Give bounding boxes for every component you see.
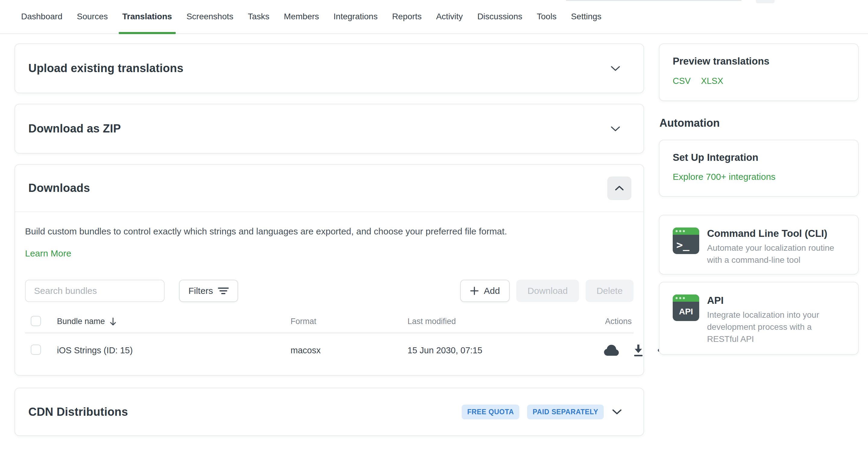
bundle-modified-cell: 15 Jun 2030, 07:15 bbox=[407, 345, 603, 355]
delete-button[interactable]: Delete bbox=[586, 280, 633, 302]
main-column: Upload existing translations Download as… bbox=[14, 44, 644, 436]
bundle-name-cell[interactable]: iOS Strings (ID: 15) bbox=[57, 345, 290, 355]
downloads-card: Downloads Build custom bundles to contro… bbox=[14, 164, 644, 376]
cli-description: Automate your localization routine with … bbox=[707, 242, 845, 266]
table-row: iOS Strings (ID: 15) macosx 15 Jun 2030,… bbox=[25, 334, 633, 367]
nav-item-integrations[interactable]: Integrations bbox=[334, 0, 378, 33]
svg-text:API: API bbox=[679, 307, 693, 316]
filters-button[interactable]: Filters bbox=[179, 280, 238, 302]
download-as-zip-card[interactable]: Download as ZIP bbox=[14, 104, 644, 153]
downloads-card-header: Downloads bbox=[15, 165, 644, 212]
collapse-downloads-button[interactable] bbox=[607, 176, 631, 200]
nav-item-settings[interactable]: Settings bbox=[571, 0, 601, 33]
column-header-last-modified[interactable]: Last modified bbox=[407, 317, 603, 326]
nav-item-members[interactable]: Members bbox=[284, 0, 319, 33]
add-button-label: Add bbox=[484, 286, 500, 296]
api-description: Integrate localization into your develop… bbox=[707, 309, 845, 345]
nav-item-reports[interactable]: Reports bbox=[392, 0, 422, 33]
download-button[interactable]: Download bbox=[516, 280, 579, 302]
explore-integrations-link[interactable]: Explore 700+ integrations bbox=[673, 172, 775, 182]
column-header-format[interactable]: Format bbox=[290, 317, 407, 326]
setup-integration-title: Set Up Integration bbox=[673, 152, 845, 163]
nav-item-tasks[interactable]: Tasks bbox=[248, 0, 270, 33]
learn-more-link[interactable]: Learn More bbox=[25, 248, 71, 259]
csv-preview-link[interactable]: CSV bbox=[673, 76, 691, 86]
nav-item-sources[interactable]: Sources bbox=[77, 0, 108, 33]
top-navigation: Dashboard Sources Translations Screensho… bbox=[0, 0, 868, 34]
nav-item-dashboard[interactable]: Dashboard bbox=[21, 0, 62, 33]
chevron-down-icon[interactable] bbox=[610, 125, 621, 132]
cdn-card-title: CDN Distributions bbox=[28, 405, 128, 419]
column-header-actions: Actions bbox=[603, 317, 633, 326]
api-window-icon: API bbox=[673, 294, 699, 321]
upload-card-title: Upload existing translations bbox=[28, 62, 183, 75]
cutoff-searchbar-edge bbox=[566, 0, 741, 1]
nav-item-translations[interactable]: Translations bbox=[122, 0, 172, 33]
xlsx-preview-link[interactable]: XLSX bbox=[701, 76, 723, 86]
bundles-table-header: Bundle name Format Last modified Actions bbox=[25, 311, 633, 334]
nav-item-tools[interactable]: Tools bbox=[537, 0, 556, 33]
upload-existing-translations-card[interactable]: Upload existing translations bbox=[14, 44, 644, 93]
nav-item-activity[interactable]: Activity bbox=[436, 0, 463, 33]
bundle-controls: Filters bbox=[25, 280, 633, 302]
svg-text:>_: >_ bbox=[676, 239, 689, 251]
cli-title: Command Line Tool (CLI) bbox=[707, 228, 845, 239]
search-bundles-input[interactable] bbox=[25, 280, 164, 302]
setup-integration-card: Set Up Integration Explore 700+ integrat… bbox=[659, 140, 859, 197]
terminal-icon: >_ bbox=[673, 228, 699, 254]
filter-lines-icon bbox=[218, 287, 229, 295]
download-icon bbox=[633, 344, 644, 356]
downloads-description: Build custom bundles to control exactly … bbox=[25, 225, 633, 238]
api-title: API bbox=[707, 294, 845, 307]
free-quota-badge: FREE QUOTA bbox=[462, 405, 519, 419]
preview-translations-title: Preview translations bbox=[673, 56, 845, 67]
select-all-checkbox[interactable] bbox=[31, 316, 41, 326]
filters-button-label: Filters bbox=[188, 286, 213, 296]
chevron-up-icon bbox=[615, 185, 624, 191]
cloud-icon bbox=[603, 345, 620, 356]
nav-item-screenshots[interactable]: Screenshots bbox=[187, 0, 234, 33]
paid-separately-badge: PAID SEPARATELY bbox=[527, 405, 604, 419]
cloud-build-button[interactable] bbox=[603, 345, 620, 356]
chevron-down-icon[interactable] bbox=[612, 408, 622, 416]
row-checkbox[interactable] bbox=[31, 345, 41, 355]
downloads-card-title: Downloads bbox=[28, 182, 90, 195]
cdn-distributions-card[interactable]: CDN Distributions FREE QUOTA PAID SEPARA… bbox=[14, 388, 644, 436]
download-bundle-button[interactable] bbox=[633, 344, 644, 356]
nav-item-discussions[interactable]: Discussions bbox=[477, 0, 522, 33]
chevron-down-icon[interactable] bbox=[610, 65, 621, 72]
column-header-bundle-name[interactable]: Bundle name bbox=[57, 317, 105, 326]
cutoff-header-element bbox=[756, 0, 775, 3]
cli-card[interactable]: >_ Command Line Tool (CLI) Automate your… bbox=[659, 215, 859, 275]
zip-card-title: Download as ZIP bbox=[28, 122, 121, 135]
sidebar: Preview translations CSV XLSX Automation… bbox=[659, 44, 859, 436]
preview-translations-card: Preview translations CSV XLSX bbox=[659, 44, 859, 101]
add-bundle-button[interactable]: Add bbox=[460, 280, 510, 302]
api-card[interactable]: API API Integrate localization into your… bbox=[659, 282, 859, 355]
sort-descending-arrow-icon[interactable] bbox=[109, 317, 117, 326]
downloads-card-body: Build custom bundles to control exactly … bbox=[15, 212, 644, 375]
page-content: Upload existing translations Download as… bbox=[0, 34, 868, 436]
bundles-table: Bundle name Format Last modified Actions bbox=[25, 311, 633, 367]
bundle-format-cell: macosx bbox=[290, 345, 407, 355]
plus-icon bbox=[470, 286, 479, 295]
automation-section-heading: Automation bbox=[659, 117, 859, 130]
